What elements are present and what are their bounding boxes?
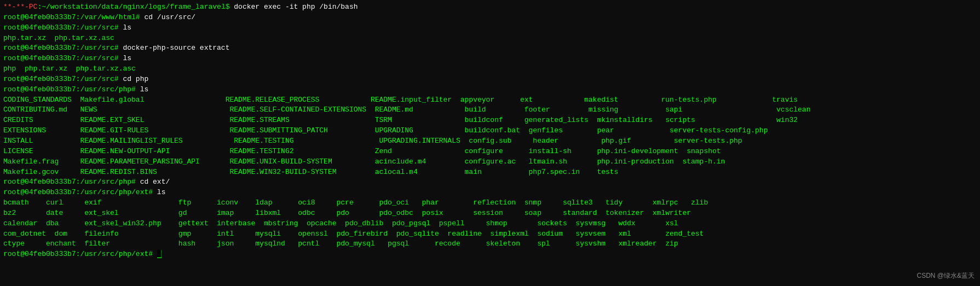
prompt-green: root@04feb0b333b7:/usr/src# <box>3 54 123 62</box>
terminal-line: root@04feb0b333b7:/usr/src/php# ls <box>3 85 977 95</box>
prompt-green: root@04feb0b333b7:/usr/src# <box>3 44 123 52</box>
output-line: ctype enchant filter hash json mysqlnd p… <box>3 239 977 249</box>
output-line: bcmath curl exif ftp iconv ldap oci8 pcr… <box>3 198 977 208</box>
terminal-line: **-**-PC:~/workstation/data/nginx/logs/f… <box>3 2 977 13</box>
terminal-line: root@04feb0b333b7:/usr/src# ls <box>3 54 977 64</box>
output-line: Makefile.frag README.PARAMETER_PARSING_A… <box>3 157 977 167</box>
command-text: ls <box>123 54 131 62</box>
command-text: ls <box>157 188 166 196</box>
output-line: LICENSE README.NEW-OUTPUT-API README.TES… <box>3 147 977 157</box>
cursor-block: █ <box>157 250 162 258</box>
terminal-window: **-**-PC:~/workstation/data/nginx/logs/f… <box>0 0 980 286</box>
output-line: php php.tar.xz php.tar.xz.asc <box>3 64 977 74</box>
prompt-green: root@04feb0b333b7:/usr/src/php# <box>3 85 140 94</box>
prompt-green: root@04feb0b333b7:/usr/src/php/ext# <box>3 188 157 196</box>
command-text: ls <box>140 85 149 94</box>
prompt-green: root@04feb0b333b7:/usr/src/php/ext# <box>3 250 157 258</box>
output-line: php.tar.xz php.tar.xz.asc <box>3 33 977 44</box>
output-line: com_dotnet dom fileinfo gmp intl mysqli … <box>3 229 977 240</box>
command-text: cd ext/ <box>140 178 170 186</box>
prompt-green: root@04feb0b333b7:/usr/src# <box>3 24 123 32</box>
prompt-green: :~/workstation/data/nginx/logs/frame_lar… <box>37 3 234 11</box>
prompt-red: **-**-PC <box>3 3 37 11</box>
terminal-prompt-cursor[interactable]: root@04feb0b333b7:/usr/src/php/ext# █ <box>3 249 977 260</box>
watermark: CSDN @绿水&蓝天 <box>916 271 975 281</box>
command-text: ls <box>123 24 131 32</box>
output-line: CONTRIBUTING.md NEWS README.SELF-CONTAIN… <box>3 105 977 115</box>
terminal-line: root@04feb0b333b7:/usr/src# docker-php-s… <box>3 43 977 54</box>
prompt-green: root@04feb0b333b7:/usr/src/php# <box>3 178 140 186</box>
terminal-line: root@04feb0b333b7:/usr/src/php# cd ext/ <box>3 177 977 188</box>
command-text: docker exec -it php /bin/bash <box>234 3 358 11</box>
terminal-line: root@04feb0b333b7:/var/www/html# cd /usr… <box>3 13 977 23</box>
command-text: docker-php-source extract <box>123 44 229 52</box>
output-line: INSTALL README.MAILINGLIST_RULES README.… <box>3 136 977 147</box>
output-line: Makefile.gcov README.REDIST.BINS README.… <box>3 167 977 178</box>
terminal-line: root@04feb0b333b7:/usr/src# cd php <box>3 74 977 85</box>
command-text: cd php <box>123 75 148 83</box>
prompt-green: root@04feb0b333b7:/usr/src# <box>3 75 123 83</box>
command-text: cd /usr/src/ <box>144 13 195 21</box>
output-line: EXTENSIONS README.GIT-RULES README.SUBMI… <box>3 126 977 136</box>
output-line: CREDITS README.EXT_SKEL README.STREAMS T… <box>3 115 977 126</box>
output-line: calendar dba ext_skel_win32.php gettext … <box>3 219 977 229</box>
terminal-line: root@04feb0b333b7:/usr/src/php/ext# ls <box>3 188 977 198</box>
output-line: CODING_STANDARDS Makefile.global README.… <box>3 95 977 106</box>
prompt-green: root@04feb0b333b7:/var/www/html# <box>3 13 144 21</box>
output-line: bz2 date ext_skel gd imap libxml odbc pd… <box>3 208 977 219</box>
terminal-line: root@04feb0b333b7:/usr/src# ls <box>3 23 977 33</box>
